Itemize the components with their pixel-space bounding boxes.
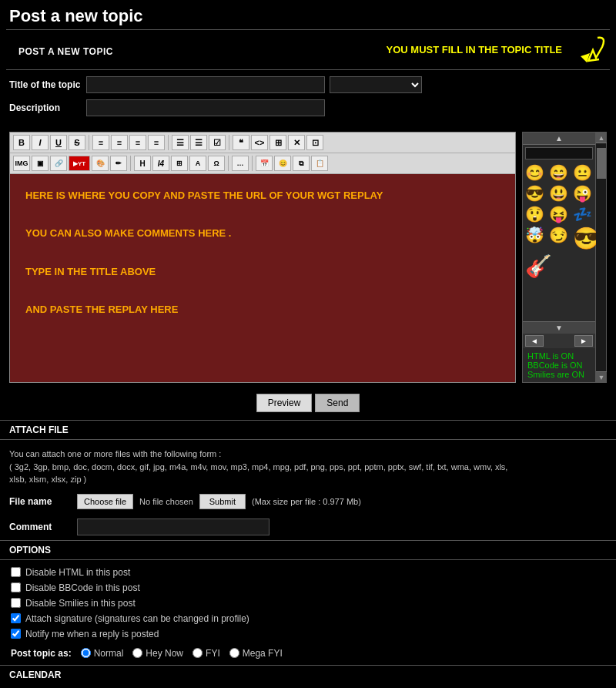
option-checkbox-0[interactable] (11, 567, 21, 577)
html-status: HTML is ON (527, 351, 591, 361)
emoji-6[interactable]: 😲 (525, 205, 547, 223)
warning-text: YOU MUST FILL IN THE TOPIC TITLE (387, 44, 562, 55)
section-post-title: POST A NEW TOPIC (9, 43, 122, 60)
emoji-scroll-down[interactable]: ▼ (523, 321, 595, 334)
link-btn[interactable]: 🔗 (50, 156, 67, 171)
emoji-7[interactable]: 😝 (549, 205, 571, 223)
option-checkbox-1[interactable] (11, 582, 21, 592)
option-label-2: Disable Smilies in this post (25, 598, 136, 609)
emoji-9[interactable]: 🤯 (525, 226, 547, 251)
paste-btn[interactable]: 📋 (311, 156, 328, 171)
calendar-header: CALENDAR (0, 665, 616, 684)
code-info: HTML is ON BBCode is ON Smilies are ON (523, 348, 595, 382)
insert-btn[interactable]: ⊞ (270, 135, 286, 150)
radio-normal[interactable]: Normal (81, 648, 124, 659)
emoji-scroll-up[interactable]: ▲ (523, 133, 595, 145)
radio-heynow-label: Hey Now (146, 648, 183, 659)
code-btn[interactable]: <> (251, 135, 268, 150)
list-ol-btn[interactable]: ☰ (190, 135, 207, 150)
align-center-btn[interactable]: ≡ (111, 135, 128, 150)
media-btn[interactable]: ▣ (32, 156, 49, 171)
send-button[interactable]: Send (315, 394, 360, 412)
list-check-btn[interactable]: ☑ (209, 135, 226, 150)
align-right-btn[interactable]: ≡ (129, 135, 146, 150)
description-input[interactable] (86, 99, 325, 116)
radio-heynow-input[interactable] (132, 648, 142, 658)
scrollbar-thumb[interactable] (597, 148, 606, 179)
preview-button[interactable]: Preview (256, 394, 313, 412)
editor-line1: HERE IS WHERE YOU COPY AND PASTE THE URL… (25, 186, 500, 206)
copy-btn[interactable]: ⧉ (293, 156, 310, 171)
more-btn[interactable]: … (232, 156, 249, 171)
scrollbar-up[interactable]: ▲ (596, 133, 607, 143)
editor-line3: TYPE IN THE TITLE ABOVE (25, 263, 500, 282)
strikethrough-btn[interactable]: S (69, 135, 85, 150)
title-input[interactable] (86, 76, 325, 93)
font-btn[interactable]: A (189, 156, 206, 171)
option-checkbox-3[interactable] (11, 613, 21, 623)
emoji-0[interactable]: 😊 (525, 163, 547, 182)
emoji-search[interactable] (525, 147, 593, 159)
list-ul-btn[interactable]: ☰ (172, 135, 189, 150)
align-left-btn[interactable]: ≡ (92, 135, 109, 150)
emoji-next[interactable]: ► (574, 335, 593, 347)
sep1 (89, 135, 89, 150)
calendar-btn[interactable]: 📅 (256, 156, 273, 171)
quote-btn[interactable]: ❝ (233, 135, 249, 150)
radio-megafyi[interactable]: Mega FYI (229, 648, 283, 659)
emoji-8[interactable]: 💤 (573, 205, 594, 223)
max-size-text: (Max size per file : 0.977 Mb) (252, 497, 361, 506)
attach-info-line3: xlsb, xlsm, xlsx, zip ) (9, 473, 607, 486)
emoji-prev[interactable]: ◄ (525, 335, 544, 347)
radio-normal-input[interactable] (81, 648, 91, 658)
color-btn[interactable]: 🎨 (92, 156, 109, 171)
emoji-2[interactable]: 😐 (573, 163, 594, 182)
radio-fyi-input[interactable] (192, 648, 203, 658)
emoji-grid: 😊 😄 😐 😎 😃 😜 😲 😝 💤 🤯 😏 😎 🎸 (523, 161, 595, 281)
option-checkbox-2[interactable] (11, 598, 21, 608)
comment-label: Comment (9, 522, 71, 532)
comment-input[interactable] (77, 519, 270, 535)
option-label-1: Disable BBCode in this post (25, 582, 140, 593)
radio-fyi[interactable]: FYI (192, 648, 220, 659)
youtube-btn[interactable]: ▶YT (69, 156, 90, 171)
scrollbar-track (596, 143, 606, 371)
option-label-0: Disable HTML in this post (25, 567, 130, 578)
radio-fyi-label: FYI (206, 648, 220, 659)
attach-file-header: ATTACH FILE (0, 420, 616, 440)
emoji-scrollbar: ▲ ▼ (596, 132, 607, 383)
underline-btn[interactable]: U (50, 135, 67, 150)
radio-megafyi-label: Mega FYI (243, 648, 283, 659)
option-checkbox-4[interactable] (11, 629, 21, 639)
radio-heynow[interactable]: Hey Now (132, 648, 183, 659)
bold-btn[interactable]: B (13, 135, 30, 150)
emoji-1[interactable]: 😄 (549, 163, 571, 182)
choose-file-button[interactable]: Choose file (77, 494, 133, 509)
title-dropdown[interactable] (330, 76, 422, 93)
emoji-11[interactable]: 😎 (573, 226, 594, 251)
attach-info: You can attach one or more files with th… (0, 445, 616, 489)
emoji-5[interactable]: 😜 (573, 184, 594, 203)
italic-btn[interactable]: I (32, 135, 49, 150)
pencil-btn[interactable]: ✏ (110, 156, 127, 171)
option-row-0: Disable HTML in this post (0, 565, 616, 580)
scrollbar-down[interactable]: ▼ (596, 371, 607, 382)
table-btn[interactable]: ⊞ (171, 156, 188, 171)
attach-submit-button[interactable]: Submit (199, 494, 246, 509)
img-btn[interactable]: IMG (13, 156, 30, 171)
emoji-10[interactable]: 😏 (549, 226, 571, 251)
smiley-btn[interactable]: 😊 (274, 156, 291, 171)
h-btn[interactable]: H (134, 156, 151, 171)
editor-content[interactable]: HERE IS WHERE YOU COPY AND PASTE THE URL… (10, 174, 515, 382)
align-justify-btn[interactable]: ≡ (148, 135, 165, 150)
clear-btn[interactable]: ✕ (288, 135, 305, 150)
radio-megafyi-input[interactable] (229, 648, 239, 658)
emoji-3[interactable]: 😎 (525, 184, 547, 203)
extra-btn[interactable]: ⊡ (306, 135, 323, 150)
editor-main: B I U S ≡ ≡ ≡ ≡ ☰ ☰ ☑ ❝ <> ⊞ ✕ ⊡ IMG ▣ 🔗… (9, 132, 516, 383)
a-btn[interactable]: I4 (152, 156, 169, 171)
emoji-panel-wrapper: ▲ 😊 😄 😐 😎 😃 😜 😲 😝 💤 🤯 😏 😎 🎸 (522, 132, 607, 383)
emoji-4[interactable]: 😃 (549, 184, 571, 203)
custom-btn[interactable]: Ω (208, 156, 225, 171)
emoji-12[interactable]: 🎸 (525, 253, 547, 279)
